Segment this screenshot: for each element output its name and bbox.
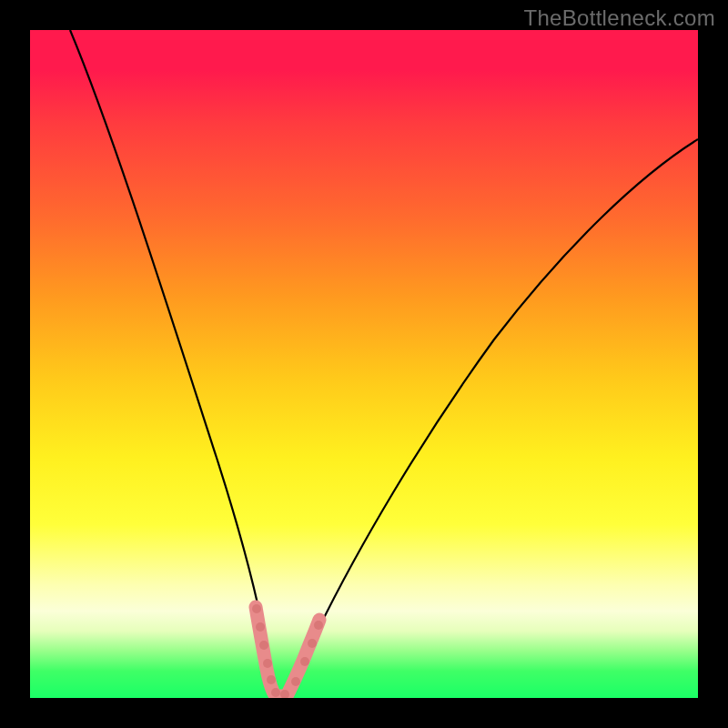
- svg-point-3: [263, 659, 272, 668]
- svg-point-1: [256, 622, 265, 632]
- chart-svg: [30, 30, 698, 698]
- svg-point-4: [267, 675, 276, 684]
- highlight-range-stroke: [256, 607, 319, 696]
- chart-frame: TheBottleneck.com: [0, 0, 728, 728]
- bottleneck-curve: [70, 30, 698, 697]
- svg-point-10: [314, 621, 323, 630]
- highlight-range-dots: [252, 604, 323, 698]
- svg-point-6: [280, 690, 289, 698]
- svg-point-0: [252, 604, 261, 613]
- svg-point-7: [291, 677, 300, 686]
- watermark-text: TheBottleneck.com: [523, 5, 715, 31]
- svg-point-9: [308, 639, 317, 648]
- svg-point-5: [271, 688, 280, 697]
- svg-point-8: [300, 657, 309, 666]
- plot-area: [30, 30, 698, 698]
- svg-point-2: [259, 641, 268, 650]
